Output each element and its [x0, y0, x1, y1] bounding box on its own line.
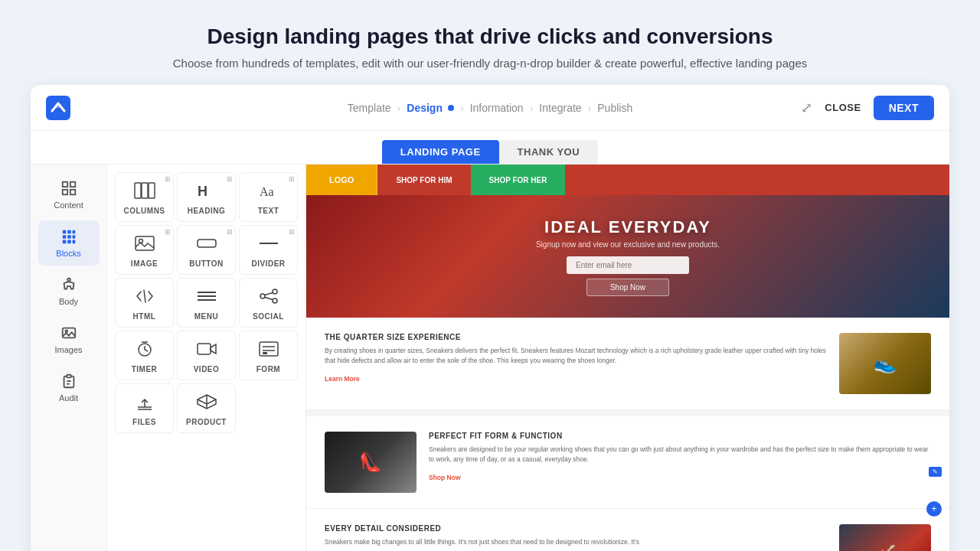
corner-icon: ⊞	[289, 175, 295, 183]
sidebar-item-body[interactable]: Body	[38, 269, 100, 314]
blocks-icon	[60, 228, 77, 245]
heading-icon: H	[196, 182, 217, 204]
svg-text:Aa: Aa	[260, 185, 274, 198]
block-label-timer: TIMER	[132, 365, 158, 373]
corner-icon: ⊞	[165, 228, 171, 236]
canvas-edit-badge: ✎	[929, 467, 942, 477]
tab-landing-page[interactable]: LANDING PAGE	[382, 140, 499, 164]
block-label-columns: COLUMNS	[123, 207, 165, 215]
active-dot	[448, 105, 454, 111]
button-icon	[196, 235, 217, 256]
lp-hero-email[interactable]	[567, 256, 689, 274]
block-video[interactable]: VIDEO	[177, 331, 236, 380]
wizard-step-design[interactable]: Design	[407, 102, 454, 114]
block-html[interactable]: HTML	[115, 278, 174, 328]
corner-icon: ⊞	[165, 175, 171, 183]
blocks-panel: ⊞ COLUMNS ⊞ H	[107, 165, 306, 551]
block-divider[interactable]: ⊞ DIVIDER	[239, 225, 298, 275]
svg-rect-25	[136, 236, 154, 250]
corner-icon: ⊞	[227, 228, 233, 236]
block-social[interactable]: SOCIAL	[239, 278, 298, 328]
shoe-image-3: 🎸	[839, 524, 931, 551]
next-button[interactable]: NEXT	[874, 96, 934, 120]
svg-rect-22	[149, 183, 155, 198]
block-form[interactable]: FORM	[239, 331, 298, 380]
sidebar-item-blocks[interactable]: Blocks	[38, 220, 100, 266]
canvas-inner: LOGO SHOP FOR HIM SHOP FOR HER ID	[306, 165, 949, 551]
block-label-image: IMAGE	[131, 259, 158, 268]
lp-hero-title: IDEAL EVERYDAY	[536, 217, 720, 237]
svg-line-40	[145, 350, 148, 351]
chevron-icon-3: ›	[530, 102, 534, 114]
builder-container: Template › Design › Information › Integr…	[31, 85, 949, 551]
lp-navbar: LOGO SHOP FOR HIM SHOP FOR HER	[306, 165, 949, 195]
lp-section-2-link[interactable]: Shop Now	[429, 474, 461, 481]
wizard-step-integrate[interactable]: Integrate	[539, 102, 581, 114]
svg-rect-27	[198, 240, 216, 247]
section-divider	[306, 410, 949, 416]
close-button[interactable]: CLOSE	[825, 102, 861, 113]
lp-hero: IDEAL EVERYDAY Signup now and view our e…	[306, 195, 949, 318]
wizard-steps: Template › Design › Information › Integr…	[348, 102, 632, 114]
timer-icon	[134, 341, 155, 362]
lp-section-2-body: Sneakers are designed to be your regular…	[429, 445, 931, 465]
expand-icon[interactable]: ⤢	[801, 99, 812, 116]
sidebar-item-images[interactable]: Images	[38, 317, 100, 362]
page-headline: Design landing pages that drive clicks a…	[15, 24, 965, 49]
svg-rect-12	[67, 240, 71, 244]
sidebar-label-images: Images	[54, 345, 82, 354]
lp-section-3-title: EVERY DETAIL CONSIDERED	[325, 524, 827, 533]
block-heading[interactable]: ⊞ H HEADING	[177, 172, 236, 222]
video-icon	[196, 341, 217, 362]
lp-section-2-img: 👠	[325, 432, 416, 493]
block-text[interactable]: ⊞ Aa TEXT	[239, 172, 298, 222]
block-product[interactable]: PRODUCT	[177, 383, 236, 433]
canvas-area: LOGO SHOP FOR HIM SHOP FOR HER ID	[306, 165, 949, 551]
canvas-add-button[interactable]: +	[926, 501, 942, 517]
block-image[interactable]: ⊞ IMAGE	[115, 225, 174, 275]
lp-section-2-title: PERFECT FIT FORM & FUNCTION	[429, 432, 931, 440]
svg-rect-2	[70, 182, 74, 187]
form-icon	[258, 341, 279, 362]
svg-text:H: H	[198, 184, 207, 199]
block-columns[interactable]: ⊞ COLUMNS	[115, 172, 174, 222]
block-button[interactable]: ⊞ BUTTON	[177, 225, 236, 275]
logo[interactable]	[46, 96, 70, 120]
lp-section-1-title: THE QUARTER SIZE EXPERIENCE	[325, 333, 827, 341]
svg-rect-10	[72, 235, 75, 239]
image-icon	[134, 235, 155, 256]
wizard-step-information[interactable]: Information	[470, 102, 524, 114]
svg-point-33	[260, 294, 265, 298]
svg-rect-46	[263, 352, 267, 354]
lp-section-3-body: Sneakers make big changes to all little …	[325, 537, 827, 547]
images-icon	[60, 324, 77, 341]
lp-section-2-text: PERFECT FIT FORM & FUNCTION Sneakers are…	[429, 432, 931, 483]
wizard-step-template[interactable]: Template	[348, 102, 391, 114]
lp-section-3-img: 🎸	[839, 524, 931, 551]
svg-line-36	[265, 293, 273, 295]
block-files[interactable]: FILES	[115, 383, 174, 433]
svg-rect-1	[62, 182, 67, 187]
block-label-divider: DIVIDER	[251, 259, 285, 268]
audit-icon	[60, 373, 77, 390]
block-timer[interactable]: TIMER	[115, 331, 174, 380]
lp-section-1-body: By creating shoes in quarter sizes, Snea…	[325, 346, 827, 366]
svg-rect-20	[135, 183, 141, 198]
lp-section-1-link[interactable]: Learn More	[325, 375, 360, 383]
social-icon	[258, 288, 279, 309]
lp-nav-him: SHOP FOR HIM	[377, 165, 470, 195]
wizard-step-publish[interactable]: Publish	[597, 102, 632, 114]
wizard-nav: Template › Design › Information › Integr…	[31, 85, 949, 131]
block-menu[interactable]: MENU	[177, 278, 236, 328]
tab-thank-you[interactable]: THANK YOU	[499, 140, 599, 164]
lp-hero-cta[interactable]: Shop Now	[586, 279, 669, 296]
chevron-icon-2: ›	[460, 102, 464, 114]
text-icon: Aa	[258, 182, 279, 204]
shoe-image-2: 👠	[325, 432, 416, 493]
sidebar-item-audit[interactable]: Audit	[38, 365, 100, 410]
sidebar-item-content[interactable]: Content	[38, 172, 100, 217]
block-label-button: BUTTON	[189, 259, 223, 268]
block-label-text: TEXT	[258, 207, 279, 215]
svg-rect-21	[142, 183, 148, 198]
block-label-heading: HEADING	[188, 207, 226, 215]
